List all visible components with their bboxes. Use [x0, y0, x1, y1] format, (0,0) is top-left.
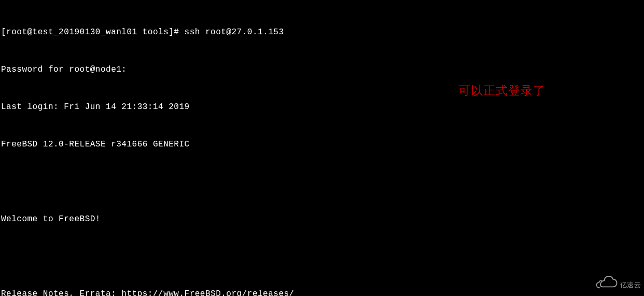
- terminal-output[interactable]: [root@test_20190130_wanl01 tools]# ssh r…: [1, 1, 644, 296]
- watermark: 亿速云: [595, 276, 641, 294]
- watermark-label: 亿速云: [620, 280, 641, 290]
- terminal-line: Last login: Fri Jun 14 21:33:14 2019: [1, 101, 644, 113]
- annotation-text: 可以正式登录了: [458, 82, 545, 100]
- terminal-line: Release Notes, Errata: https://www.FreeB…: [1, 288, 644, 296]
- terminal-line: Welcome to FreeBSD!: [1, 213, 644, 225]
- cloud-icon: [595, 276, 619, 294]
- terminal-line: [1, 250, 644, 263]
- terminal-line: Password for root@node1:: [1, 63, 644, 76]
- terminal-line: [root@test_20190130_wanl01 tools]# ssh r…: [1, 26, 644, 38]
- terminal-line: [1, 176, 644, 188]
- terminal-line: FreeBSD 12.0-RELEASE r341666 GENERIC: [1, 138, 644, 151]
